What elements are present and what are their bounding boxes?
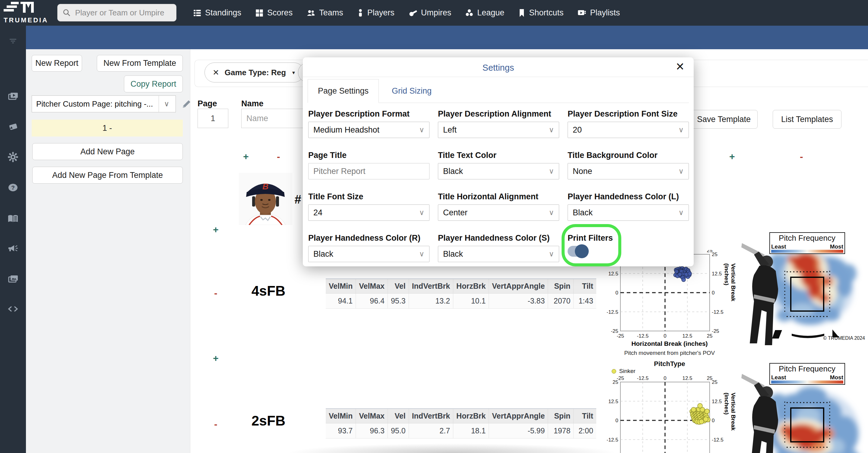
sidebar-item-announcements[interactable] bbox=[0, 239, 26, 258]
nav-item-players[interactable]: Players bbox=[357, 8, 395, 18]
chip-label: Game Type: Reg bbox=[225, 68, 286, 77]
sidebar-item-flashcards[interactable] bbox=[0, 117, 26, 137]
add-row-button[interactable]: + bbox=[213, 353, 219, 364]
pitch-type-label-2sfb: 2sFB bbox=[238, 413, 299, 429]
sidebar-item-filter[interactable] bbox=[0, 31, 26, 51]
pitch-movement-chart-sinker: -25-25-12.5-12.50012.512.52525252512.512… bbox=[606, 358, 733, 453]
select-value: Center bbox=[443, 208, 467, 218]
title-font-size-select[interactable]: 24∨ bbox=[308, 204, 430, 221]
player-handedness-color-s-select[interactable]: Black∨ bbox=[438, 246, 559, 262]
page-list-item[interactable]: 1 - bbox=[32, 120, 183, 137]
nav-item-playlists[interactable]: Playlists bbox=[577, 8, 620, 18]
nav-item-league[interactable]: League bbox=[465, 8, 504, 18]
remove-column-button[interactable]: - bbox=[277, 151, 280, 162]
modal-title: Settings bbox=[303, 63, 694, 73]
pitch-frequency-heatmap-4sfb: Pitch Frequency Least Most © TRUMEDIA 20… bbox=[733, 225, 866, 346]
copy-report-button[interactable]: Copy Report bbox=[124, 76, 183, 92]
report-select[interactable]: Pitcher Custom Page: pitching -... ∨ bbox=[32, 95, 176, 112]
svg-text:0: 0 bbox=[663, 375, 666, 381]
tab-label: Grid Sizing bbox=[392, 86, 432, 96]
search-input[interactable] bbox=[74, 8, 171, 18]
svg-text:B: B bbox=[262, 182, 269, 191]
pitch-stats-table-2sfb: VelMinVelMaxVelIndVertBrkHorzBrkVertAppr… bbox=[326, 408, 596, 438]
new-from-template-button[interactable]: New From Template bbox=[97, 55, 183, 72]
divider bbox=[303, 77, 694, 77]
nav-item-scores[interactable]: Scores bbox=[255, 8, 292, 18]
title-horizontal-alignment-select[interactable]: Center∨ bbox=[438, 204, 559, 221]
player-handedness-color-r-select[interactable]: Black∨ bbox=[308, 246, 430, 262]
megaphone-icon bbox=[7, 243, 19, 254]
title-background-color-select[interactable]: None∨ bbox=[568, 163, 689, 179]
chevron-down-icon: ∨ bbox=[678, 208, 684, 217]
close-icon[interactable]: ✕ bbox=[676, 60, 685, 73]
svg-text:-12.5: -12.5 bbox=[607, 309, 618, 315]
game-type-filter-chip[interactable]: ✕ Game Type: Reg ▼ bbox=[205, 62, 304, 82]
field-player-handedness-color-l: Player Handedness Color (L) Black∨ bbox=[568, 192, 689, 221]
page-title-input[interactable] bbox=[308, 163, 430, 179]
icon-sidebar: ? bbox=[0, 26, 26, 453]
field-title-font-size: Title Font Size 24∨ bbox=[308, 192, 430, 221]
settings-modal: Settings ✕ Page Settings Grid Sizing Pla… bbox=[303, 57, 694, 266]
svg-text:-25: -25 bbox=[611, 328, 618, 334]
app-window: TRUMEDIA Standings Scores Teams bbox=[0, 0, 868, 453]
svg-text:Most: Most bbox=[830, 374, 843, 380]
svg-text:-12.5: -12.5 bbox=[712, 309, 723, 315]
gear-icon bbox=[7, 151, 19, 163]
player-handedness-color-l-select[interactable]: Black∨ bbox=[568, 204, 689, 221]
tab-grid-sizing[interactable]: Grid Sizing bbox=[383, 79, 440, 103]
pitch-type-label-4sfb: 4sFB bbox=[238, 283, 299, 299]
remove-row-button[interactable]: - bbox=[214, 419, 217, 430]
remove-row-button[interactable]: - bbox=[214, 287, 217, 299]
button-label: New From Template bbox=[103, 59, 176, 68]
add-column-button[interactable]: + bbox=[729, 151, 735, 162]
field-label: Player Description Alignment bbox=[438, 109, 559, 119]
chevron-down-icon: ∨ bbox=[678, 167, 684, 175]
heat-field bbox=[769, 249, 857, 325]
sidebar-item-help[interactable]: ? bbox=[0, 178, 26, 197]
field-label: Player Handedness Color (L) bbox=[568, 192, 689, 201]
remove-filter-icon[interactable]: ✕ bbox=[213, 68, 219, 77]
remove-column-button[interactable]: - bbox=[800, 151, 803, 162]
field-label: Player Handedness Color (R) bbox=[308, 233, 430, 243]
sidebar-item-video-playlists[interactable] bbox=[0, 87, 26, 106]
sidebar-item-embed-code[interactable] bbox=[0, 299, 26, 319]
save-template-button[interactable]: Save Template bbox=[690, 110, 757, 129]
player-description-format-select[interactable]: Medium Headshot∨ bbox=[308, 122, 430, 138]
nav-item-teams[interactable]: Teams bbox=[306, 8, 343, 18]
page-number-input[interactable] bbox=[197, 109, 228, 128]
flashcards-icon bbox=[7, 121, 19, 132]
sidebar-item-glossary[interactable] bbox=[0, 209, 26, 228]
add-new-page-from-template-button[interactable]: Add New Page From Template bbox=[32, 167, 183, 183]
svg-text:Least: Least bbox=[771, 374, 786, 380]
nav-item-umpires[interactable]: Umpires bbox=[408, 8, 452, 18]
global-search[interactable] bbox=[57, 4, 177, 22]
select-value: 24 bbox=[313, 208, 322, 218]
player-description-alignment-select[interactable]: Left∨ bbox=[438, 122, 559, 138]
list-templates-button[interactable]: List Templates bbox=[773, 110, 841, 129]
trumedia-logo[interactable]: TRUMEDIA bbox=[3, 1, 53, 25]
add-row-button[interactable]: + bbox=[213, 224, 219, 235]
add-column-button[interactable]: + bbox=[243, 151, 249, 162]
tab-page-settings[interactable]: Page Settings bbox=[308, 79, 379, 103]
nav-item-standings[interactable]: Standings bbox=[193, 8, 241, 18]
new-report-button[interactable]: New Report bbox=[32, 55, 82, 72]
filter-lines-icon bbox=[7, 35, 19, 46]
svg-text:12.5: 12.5 bbox=[712, 399, 722, 404]
page-item-label: 1 - bbox=[102, 123, 112, 133]
sidebar-item-media-gallery[interactable] bbox=[0, 270, 26, 289]
title-text-color-select[interactable]: Black∨ bbox=[438, 163, 559, 179]
chart-caption: Pitch movement from pitcher's POV bbox=[606, 350, 733, 356]
add-new-page-button[interactable]: Add New Page bbox=[32, 143, 183, 160]
sidebar-item-settings[interactable] bbox=[0, 147, 26, 167]
svg-text:-12.5: -12.5 bbox=[637, 375, 649, 381]
heatmap-legend: Pitch Frequency Least Most bbox=[770, 363, 845, 385]
svg-text:-12.5: -12.5 bbox=[607, 437, 618, 443]
report-select-value: Pitcher Custom Page: pitching -... bbox=[32, 100, 159, 109]
player-description-font-size-select[interactable]: 20∨ bbox=[568, 122, 689, 138]
field-player-description-alignment: Player Description Alignment Left∨ bbox=[438, 109, 559, 138]
scores-icon bbox=[255, 9, 264, 17]
image-stack-icon bbox=[7, 274, 19, 284]
nav-item-shortcuts[interactable]: Shortcuts bbox=[518, 8, 563, 18]
svg-text:12.5: 12.5 bbox=[682, 375, 692, 381]
nav-label: Shortcuts bbox=[529, 8, 563, 18]
